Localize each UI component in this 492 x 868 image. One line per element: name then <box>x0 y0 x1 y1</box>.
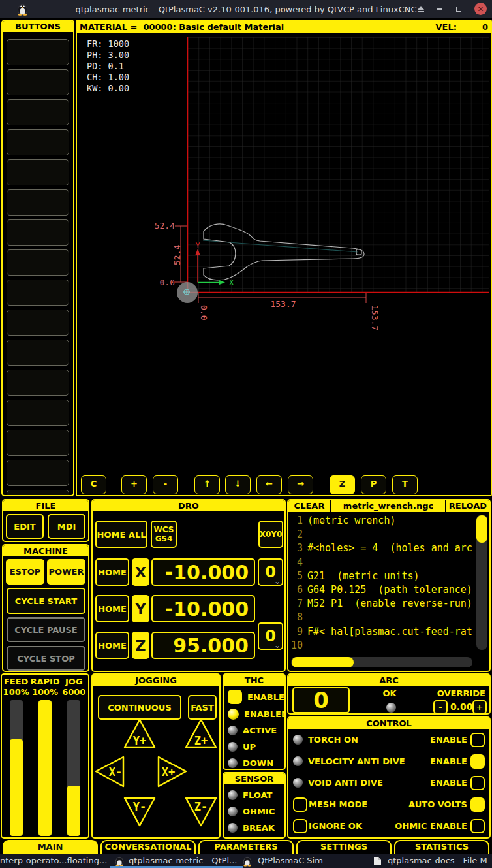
restore-window-button[interactable] <box>453 4 465 14</box>
mdi-button[interactable]: MDI <box>48 514 85 539</box>
jog-x-plus-button[interactable]: X+ <box>159 757 186 786</box>
void-anti-dive-label: VOID ANTI DIVE <box>308 778 383 788</box>
axis-letter-y: Y <box>132 595 149 622</box>
minimize-window-button[interactable] <box>433 4 445 14</box>
rapid-override-slider[interactable] <box>38 700 52 836</box>
gcode-line[interactable]: 3#<holes> = 4 (holes and arc <box>290 541 474 555</box>
z-view-button[interactable]: Z <box>330 475 355 494</box>
user-button-empty[interactable] <box>7 490 69 496</box>
pan-left-button[interactable]: ← <box>256 475 282 494</box>
pan-right-button[interactable]: → <box>288 475 313 494</box>
zoom-out-button[interactable]: - <box>153 475 178 494</box>
svg-text:CH: 1.00: CH: 1.00 <box>87 72 129 82</box>
gcode-line[interactable]: 2 <box>290 528 474 541</box>
zero-x-combo[interactable]: 0⌄ <box>258 558 283 586</box>
scrollbar-thumb[interactable] <box>292 657 354 667</box>
tab-parameters[interactable]: PARAMETERS <box>198 840 294 854</box>
feed-override-slider[interactable] <box>10 700 23 836</box>
gcode-panel: CLEAR metric_wrench.ngc RELOAD 1(metric … <box>287 499 491 672</box>
zero-y-combo[interactable]: 0⌄ <box>258 622 283 650</box>
preview-canvas[interactable]: FR: 1000 PH: 3.00 PD: 0.1 CH: 1.00 KW: 0… <box>77 33 491 473</box>
user-button-empty[interactable] <box>7 189 69 216</box>
taskbar-item[interactable]: QtPlasmaC Sim <box>258 854 343 868</box>
pan-down-button[interactable]: ↓ <box>225 475 251 494</box>
scrollbar-thumb[interactable] <box>476 515 487 543</box>
gcode-line[interactable]: 5G21 (metric units) <box>290 570 474 583</box>
x0y0-button[interactable]: X0Y0 <box>258 521 283 548</box>
rapid-override-column: RAPID 100% <box>30 677 59 836</box>
user-button-empty[interactable] <box>7 129 69 155</box>
jog-y-minus-button[interactable]: Y- <box>125 798 155 826</box>
auto-volts-checkbox[interactable] <box>470 797 485 812</box>
cycle-stop-button[interactable]: CYCLE STOP <box>7 646 85 671</box>
home-x-button[interactable]: HOME <box>95 558 129 586</box>
jog-speed-slider[interactable] <box>67 700 80 836</box>
gcode-filename[interactable]: metric_wrench.ngc <box>330 500 446 512</box>
arc-override-minus-button[interactable]: - <box>433 700 448 714</box>
tab-conversational[interactable]: CONVERSATIONAL <box>100 840 196 854</box>
user-button-empty[interactable] <box>7 69 69 95</box>
ohmic-enable-label: OHMIC ENABLE <box>395 821 467 831</box>
user-button-empty[interactable] <box>7 249 69 276</box>
gcode-horizontal-scrollbar[interactable] <box>291 657 472 667</box>
user-button-empty[interactable] <box>7 340 69 366</box>
user-button-empty[interactable] <box>7 310 69 336</box>
jog-z-minus-button[interactable]: Z- <box>186 798 216 826</box>
zoom-in-button[interactable]: + <box>121 475 147 494</box>
user-button-empty[interactable] <box>7 370 69 396</box>
close-window-button[interactable]: ✕ <box>474 3 487 15</box>
material-label[interactable]: MATERIAL = 00000: Basic default Material <box>77 22 436 32</box>
jog-z-plus-button[interactable]: Z+ <box>186 720 216 747</box>
t-view-button[interactable]: T <box>392 475 418 494</box>
cycle-start-button[interactable]: CYCLE START <box>7 588 85 614</box>
power-button[interactable]: POWER <box>47 559 85 585</box>
home-all-button[interactable]: HOME ALL <box>95 521 147 548</box>
gcode-line[interactable]: 7M52 P1 (enable reverse-run) <box>290 597 474 611</box>
ignore-ok-checkbox[interactable] <box>293 819 307 833</box>
clear-gcode-button[interactable]: CLEAR <box>288 500 330 512</box>
gcode-vertical-scrollbar[interactable] <box>476 515 487 650</box>
ohmic-enable-checkbox[interactable] <box>470 819 485 833</box>
tab-main[interactable]: MAIN <box>3 840 98 854</box>
taskbar-item[interactable]: qtplasmac-docs - File M <box>388 854 492 868</box>
estop-button[interactable]: ESTOP <box>6 559 44 585</box>
user-button-empty[interactable] <box>7 460 69 486</box>
gcode-line[interactable]: 4 <box>290 556 474 570</box>
clear-plot-button[interactable]: C <box>81 475 106 494</box>
reload-gcode-button[interactable]: RELOAD <box>446 500 489 512</box>
user-button-empty[interactable] <box>7 159 69 185</box>
pan-up-button[interactable]: ↑ <box>194 475 220 494</box>
velocity-enable-checkbox[interactable] <box>470 754 485 769</box>
gcode-line[interactable]: 8 <box>290 611 474 624</box>
jog-x-minus-button[interactable]: X- <box>96 757 123 786</box>
user-button-empty[interactable] <box>7 99 69 125</box>
user-button-empty[interactable] <box>7 430 69 456</box>
thc-enable-label: ENABLE <box>247 692 284 702</box>
tux-icon <box>243 856 252 867</box>
user-button-empty[interactable] <box>7 39 69 65</box>
gcode-line[interactable]: 9F#<_hal[plasmac.cut-feed-rat <box>290 625 474 639</box>
jog-y-plus-button[interactable]: Y+ <box>125 720 155 747</box>
user-button-empty[interactable] <box>7 400 69 426</box>
gcode-line[interactable]: 6G64 P0.125 (path tolerance) <box>290 583 474 597</box>
tab-settings[interactable]: SETTINGS <box>296 840 392 854</box>
void-enable-checkbox[interactable] <box>470 776 485 790</box>
edit-button[interactable]: EDIT <box>6 514 44 539</box>
p-view-button[interactable]: P <box>361 475 386 494</box>
preview-toolbar: C + - ↑ ↓ ← → Z P T <box>77 473 491 495</box>
user-button-empty[interactable] <box>7 280 69 306</box>
user-button-empty[interactable] <box>7 219 69 246</box>
torch-enable-checkbox[interactable] <box>470 733 485 747</box>
home-y-button[interactable]: HOME <box>95 595 129 622</box>
thc-enable-checkbox[interactable] <box>228 690 242 704</box>
shade-window-button[interactable] <box>415 4 427 14</box>
wcs-button[interactable]: WCS G54 <box>151 521 177 548</box>
arc-override-plus-button[interactable]: + <box>472 700 487 714</box>
home-z-button[interactable]: HOME <box>95 632 129 659</box>
gcode-line[interactable]: 10 <box>290 639 474 652</box>
cycle-pause-button[interactable]: CYCLE PAUSE <box>7 617 85 642</box>
tab-statistics[interactable]: STATISTICS <box>394 840 489 854</box>
mesh-mode-checkbox[interactable] <box>293 797 307 812</box>
taskbar-item[interactable]: nterp-operato...floating... <box>0 854 112 868</box>
gcode-line[interactable]: 1(metric wrench) <box>290 514 474 528</box>
